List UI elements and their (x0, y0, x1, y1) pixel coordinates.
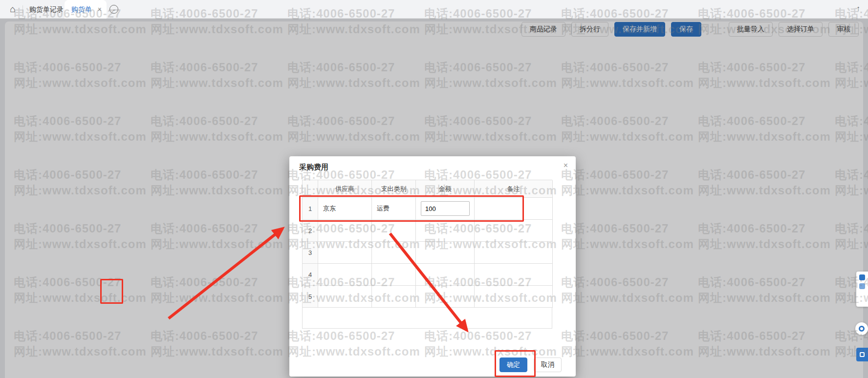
help-float-widget (855, 272, 868, 361)
top-tab-bar: ⌂ 购货单记录 购货单 × ⌄ ↑ (0, 0, 868, 19)
help-panel[interactable] (856, 272, 868, 307)
tab-close-icon[interactable]: × (98, 0, 102, 19)
chevron-up-icon[interactable]: ↑ (857, 4, 861, 12)
fee-category-cell[interactable] (372, 286, 416, 308)
fee-row: 4 (303, 264, 552, 286)
fee-row: 3 (303, 242, 552, 264)
service-icon (859, 326, 865, 332)
fee-supplier-cell[interactable] (318, 220, 372, 242)
tab-label: 购货单 (71, 5, 92, 13)
modal-close-icon[interactable]: × (564, 161, 568, 170)
fee-category-cell[interactable]: 运费 (372, 198, 416, 220)
confirm-button[interactable]: 确定 (499, 357, 527, 372)
col-expense-type: 支出类别 (372, 180, 416, 198)
tab-purchase-order[interactable]: 购货单 × (65, 0, 107, 19)
service-button[interactable] (855, 322, 868, 335)
fee-note-cell[interactable] (475, 286, 553, 308)
tab-history-icon[interactable]: ⌄ (109, 5, 118, 14)
fee-amount-cell (416, 198, 475, 220)
feedback-icon (860, 352, 865, 357)
fee-category-cell[interactable] (372, 220, 416, 242)
help-icon (859, 274, 865, 280)
col-supplier: 供应商 (318, 180, 372, 198)
row-number: 5 (303, 286, 318, 308)
row-number: 4 (303, 264, 318, 286)
fee-row: 2 (303, 220, 552, 242)
fee-supplier-cell[interactable] (318, 242, 372, 264)
fee-table-header: 供应商 支出类别 金额 备注 (303, 180, 552, 198)
fee-amount-cell[interactable] (416, 264, 475, 286)
guide-icon (859, 283, 865, 289)
cancel-button[interactable]: 取消 (534, 357, 562, 372)
purchase-fee-modal: 采购费用 × 供应商 支出类别 金额 备注 1 京东 运费 2 3 (289, 156, 576, 377)
fee-row: 5 (303, 286, 552, 308)
fee-table-empty-area (302, 307, 552, 329)
fee-note-cell[interactable] (475, 198, 553, 220)
row-number: 1 (303, 198, 318, 220)
fee-amount-cell[interactable] (416, 220, 475, 242)
purchase-order-screen: ⌂ 购货单记录 购货单 × ⌄ ↑ 商品记录 拆分行 保存并新增 保存 批量导入… (0, 0, 868, 378)
fee-table: 供应商 支出类别 金额 备注 1 京东 运费 2 3 4 (302, 180, 552, 308)
modal-title: 采购费用 (299, 163, 328, 172)
fee-amount-cell[interactable] (416, 286, 475, 308)
fee-note-cell[interactable] (475, 242, 553, 264)
col-amount: 金额 (416, 180, 475, 198)
fee-category-cell[interactable] (372, 264, 416, 286)
fee-supplier-cell[interactable]: 京东 (318, 198, 372, 220)
fee-amount-input[interactable] (421, 201, 470, 216)
col-number (303, 180, 318, 198)
fee-category-cell[interactable] (372, 242, 416, 264)
fee-row: 1 京东 运费 (303, 198, 552, 220)
tab-purchase-records[interactable]: 购货单记录 (22, 0, 70, 19)
fee-amount-cell[interactable] (416, 242, 475, 264)
fee-supplier-cell[interactable] (318, 286, 372, 308)
row-number: 3 (303, 242, 318, 264)
row-number: 2 (303, 220, 318, 242)
home-icon[interactable]: ⌂ (7, 3, 19, 15)
fee-supplier-cell[interactable] (318, 264, 372, 286)
col-note: 备注 (475, 180, 553, 198)
feedback-button[interactable] (856, 348, 868, 361)
fee-note-cell[interactable] (475, 220, 553, 242)
fee-note-cell[interactable] (475, 264, 553, 286)
